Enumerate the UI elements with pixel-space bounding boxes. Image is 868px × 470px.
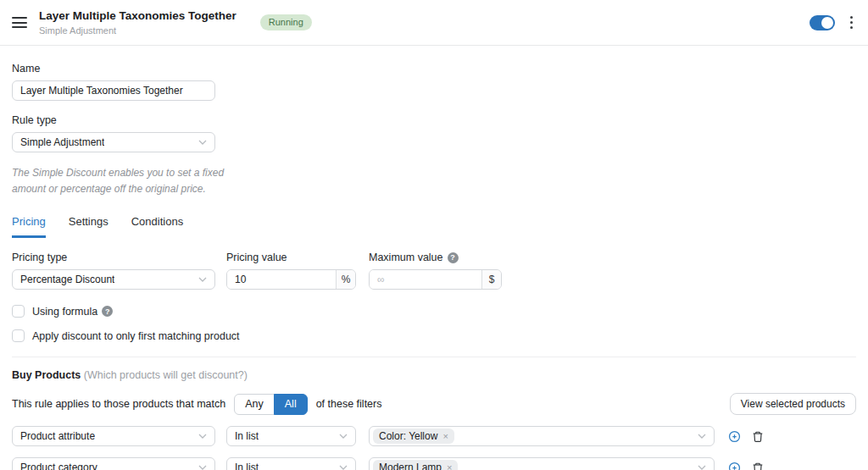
rule-type-label: Rule type: [12, 114, 856, 126]
filter-values-select[interactable]: Modern Lamp ×: [369, 457, 715, 470]
first-match-label: Apply discount to only first matching pr…: [32, 330, 240, 342]
using-formula-row: Using formula ?: [12, 305, 856, 318]
chevron-down-icon: [198, 140, 207, 145]
pricing-type-label: Pricing type: [12, 252, 215, 263]
page-title: Layer Multiple Taxonomies Together: [39, 9, 236, 24]
add-filter-icon[interactable]: [728, 462, 741, 470]
chevron-down-icon: [698, 465, 706, 470]
tab-pricing[interactable]: Pricing: [12, 215, 46, 238]
match-all-button[interactable]: All: [274, 394, 308, 415]
section-divider: [12, 357, 856, 357]
percent-addon: %: [336, 270, 355, 289]
tab-settings[interactable]: Settings: [69, 215, 108, 238]
chevron-down-icon: [198, 434, 207, 439]
filter-values-select[interactable]: Color: Yellow ×: [369, 426, 715, 446]
chevron-down-icon: [339, 465, 348, 470]
delete-filter-icon[interactable]: [752, 430, 764, 443]
filter-operator-value: In list: [235, 462, 259, 470]
using-formula-checkbox[interactable]: [12, 305, 25, 318]
rule-type-help-text: The Simple Discount enables you to set a…: [12, 165, 229, 197]
more-options-icon[interactable]: [850, 15, 853, 30]
status-badge: Running: [260, 14, 312, 30]
first-match-checkbox[interactable]: [12, 329, 25, 342]
pricing-fields-row: Pricing type Percentage Discount Pricing…: [12, 252, 856, 290]
help-icon[interactable]: ?: [102, 306, 113, 317]
tag-remove-icon[interactable]: ×: [447, 462, 452, 470]
help-icon[interactable]: ?: [448, 252, 459, 263]
pricing-value-label: Pricing value: [226, 252, 356, 263]
match-text-after: of these filters: [316, 398, 382, 410]
tag-remove-icon[interactable]: ×: [442, 431, 448, 441]
tag-label: Color: Yellow: [379, 430, 437, 442]
filter-row: Product attribute In list Color: Yellow …: [12, 426, 856, 446]
tab-bar: Pricing Settings Conditions: [12, 215, 856, 238]
filter-row: Product category In list Modern Lamp ×: [12, 457, 856, 470]
menu-icon[interactable]: [12, 14, 27, 31]
filter-value-tag: Color: Yellow ×: [373, 429, 454, 444]
pricing-type-select[interactable]: Percentage Discount: [12, 269, 215, 290]
using-formula-label: Using formula: [32, 306, 97, 318]
rule-type-select[interactable]: Simple Adjustment: [12, 132, 215, 152]
buy-products-title: Buy Products: [12, 369, 81, 381]
match-text-before: This rule applies to those products that…: [12, 398, 225, 410]
filter-field-value: Product attribute: [20, 430, 95, 442]
pricing-value-input[interactable]: [227, 270, 336, 289]
page-subtitle: Simple Adjustment: [39, 25, 236, 36]
chevron-down-icon: [198, 465, 207, 470]
view-selected-products-button[interactable]: View selected products: [730, 393, 856, 415]
maximum-value-label: Maximum value: [369, 252, 443, 263]
buy-products-heading: Buy Products (Which products will get di…: [12, 369, 856, 381]
rule-type-value: Simple Adjustment: [20, 136, 104, 148]
maximum-value-input[interactable]: [370, 270, 481, 289]
maximum-value-field: Maximum value ? $: [369, 252, 502, 290]
filter-field-select[interactable]: Product category: [12, 457, 215, 470]
chevron-down-icon: [339, 434, 348, 439]
match-any-button[interactable]: Any: [234, 394, 275, 415]
filter-operator-select[interactable]: In list: [226, 457, 356, 470]
chevron-down-icon: [698, 434, 706, 439]
buy-products-subtitle: (Which products will get discount?): [84, 369, 248, 381]
pricing-value-field: Pricing value %: [226, 252, 356, 290]
name-input[interactable]: [12, 80, 215, 101]
tag-label: Modern Lamp: [379, 462, 442, 470]
header: Layer Multiple Taxonomies Together Simpl…: [0, 0, 868, 46]
pricing-type-field: Pricing type Percentage Discount: [12, 252, 215, 290]
dollar-addon: $: [481, 270, 501, 289]
rule-enabled-toggle[interactable]: [810, 15, 835, 30]
filter-operator-select[interactable]: In list: [226, 426, 356, 446]
delete-filter-icon[interactable]: [752, 462, 764, 470]
toggle-knob: [821, 17, 833, 29]
pricing-type-value: Percentage Discount: [20, 274, 114, 285]
filter-value-tag: Modern Lamp ×: [373, 460, 458, 470]
filter-operator-value: In list: [235, 430, 259, 442]
match-segmented-control: Any All: [234, 394, 307, 415]
filter-field-select[interactable]: Product attribute: [12, 426, 215, 446]
add-filter-icon[interactable]: [728, 430, 741, 443]
tab-conditions[interactable]: Conditions: [131, 215, 183, 238]
title-block: Layer Multiple Taxonomies Together Simpl…: [39, 9, 236, 36]
name-label: Name: [12, 63, 856, 75]
first-match-row: Apply discount to only first matching pr…: [12, 329, 856, 342]
match-row: This rule applies to those products that…: [12, 393, 856, 415]
chevron-down-icon: [198, 277, 207, 282]
filter-field-value: Product category: [20, 462, 97, 470]
